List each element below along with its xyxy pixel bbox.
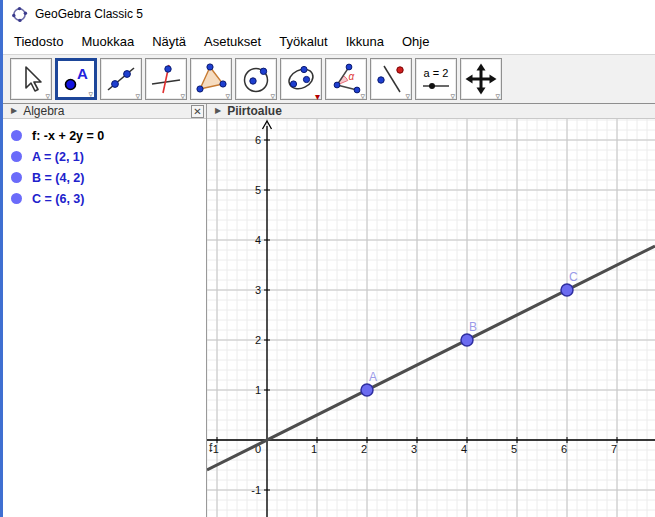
- menu-bar: Tiedosto Muokkaa Näytä Asetukset Työkalu…: [3, 28, 655, 54]
- tick-label: 5: [511, 443, 517, 455]
- angle-tool[interactable]: α ▿: [325, 58, 367, 100]
- menu-tyokalut[interactable]: Työkalut: [270, 30, 336, 53]
- slider-tool[interactable]: a = 2 ▿: [415, 58, 457, 100]
- graphics-canvas[interactable]: -11234567-11234560fABC: [207, 119, 655, 517]
- menu-ohje[interactable]: Ohje: [393, 30, 438, 53]
- toolbar: ▿ A ▿ ▿ ▿ ▿: [3, 54, 655, 104]
- point-b[interactable]: [461, 334, 473, 346]
- svg-text:A: A: [77, 65, 88, 82]
- ellipse-icon: [285, 63, 317, 95]
- point-label-b: B: [469, 320, 477, 334]
- tool-dropdown-icon[interactable]: ▿: [45, 92, 50, 101]
- tool-dropdown-icon[interactable]: ▿: [180, 92, 185, 101]
- graphics-header: ▶ Piirtoalue: [207, 104, 655, 119]
- tool-dropdown-icon[interactable]: ▿: [135, 92, 140, 101]
- circle-icon: [240, 63, 272, 95]
- point-label-a: A: [369, 370, 377, 384]
- point-icon: A: [60, 63, 92, 95]
- circle-tool[interactable]: ▿: [235, 58, 277, 100]
- move-tool[interactable]: ▿: [10, 58, 52, 100]
- tool-dropdown-icon[interactable]: ▿: [88, 90, 93, 99]
- tool-dropdown-icon[interactable]: ▿: [405, 92, 410, 101]
- algebra-title: Algebra: [23, 104, 64, 118]
- geogebra-logo-icon: [11, 6, 28, 23]
- graphics-panel: ▶ Piirtoalue -11234567-11234560fABC: [207, 104, 655, 517]
- tool-dropdown-icon[interactable]: ▿: [225, 92, 230, 101]
- svg-text:a = 2: a = 2: [424, 67, 449, 79]
- algebra-item-c[interactable]: C = (6, 3): [3, 188, 206, 209]
- visibility-bullet[interactable]: [11, 151, 22, 162]
- main-area: ▶ Algebra ✕ f: -x + 2y = 0 A = (2, 1) B …: [3, 104, 655, 517]
- algebra-item-a[interactable]: A = (2, 1): [3, 146, 206, 167]
- menu-asetukset[interactable]: Asetukset: [195, 30, 270, 53]
- algebra-header: ▶ Algebra ✕: [3, 104, 206, 119]
- move-view-icon: [465, 63, 497, 95]
- point-a[interactable]: [361, 384, 373, 396]
- close-icon[interactable]: ✕: [191, 105, 204, 118]
- tick-label: 7: [611, 443, 617, 455]
- tick-label: 4: [461, 443, 467, 455]
- tick-label: 4: [255, 234, 261, 246]
- algebra-item-label[interactable]: C = (6, 3): [32, 192, 84, 206]
- line-icon: [105, 63, 137, 95]
- reflect-icon: [375, 63, 407, 95]
- tick-label: 3: [255, 284, 261, 296]
- tick-label: 3: [411, 443, 417, 455]
- collapse-arrow-icon[interactable]: ▶: [215, 107, 221, 115]
- line-tool[interactable]: ▿: [100, 58, 142, 100]
- menu-nayta[interactable]: Näytä: [143, 30, 195, 53]
- visibility-bullet[interactable]: [11, 130, 22, 141]
- tick-label: 5: [255, 184, 261, 196]
- polygon-icon: [195, 63, 227, 95]
- point-c[interactable]: [561, 284, 573, 296]
- menu-ikkuna[interactable]: Ikkuna: [337, 30, 393, 53]
- algebra-list: f: -x + 2y = 0 A = (2, 1) B = (4, 2) C =…: [3, 119, 206, 209]
- tick-label: 2: [361, 443, 367, 455]
- ellipse-tool[interactable]: ▾: [280, 58, 322, 100]
- tool-dropdown-icon[interactable]: ▿: [495, 92, 500, 101]
- visibility-bullet[interactable]: [11, 193, 22, 204]
- menu-muokkaa[interactable]: Muokkaa: [72, 30, 143, 53]
- angle-icon: α: [330, 63, 362, 95]
- tick-label: 6: [561, 443, 567, 455]
- visibility-bullet[interactable]: [11, 172, 22, 183]
- canvas-wrap: -11234567-11234560fABC: [207, 119, 655, 517]
- polygon-tool[interactable]: ▿: [190, 58, 232, 100]
- tool-dropdown-icon[interactable]: ▿: [270, 92, 275, 101]
- menu-tiedosto[interactable]: Tiedosto: [5, 30, 72, 53]
- tick-label: -1: [251, 484, 261, 496]
- tool-dropdown-icon[interactable]: ▿: [450, 92, 455, 101]
- point-label-c: C: [569, 270, 578, 284]
- algebra-panel: ▶ Algebra ✕ f: -x + 2y = 0 A = (2, 1) B …: [3, 104, 206, 517]
- tick-label: 1: [255, 384, 261, 396]
- window-title: GeoGebra Classic 5: [35, 7, 143, 21]
- tick-label: 1: [311, 443, 317, 455]
- geogebra-window: { "window": { "title": "GeoGebra Classic…: [0, 0, 655, 517]
- algebra-item-b[interactable]: B = (4, 2): [3, 167, 206, 188]
- algebra-item-label[interactable]: A = (2, 1): [32, 150, 84, 164]
- tool-dropdown-icon[interactable]: ▾: [315, 92, 320, 101]
- reflect-tool[interactable]: ▿: [370, 58, 412, 100]
- algebra-item-label[interactable]: f: -x + 2y = 0: [32, 129, 104, 143]
- slider-icon: a = 2: [420, 63, 452, 95]
- title-bar: GeoGebra Classic 5: [3, 0, 655, 28]
- tick-label: 2: [255, 334, 261, 346]
- graphics-title: Piirtoalue: [227, 104, 282, 118]
- svg-text:α: α: [349, 71, 355, 82]
- algebra-item-f[interactable]: f: -x + 2y = 0: [3, 125, 206, 146]
- tool-dropdown-icon[interactable]: ▿: [360, 92, 365, 101]
- collapse-arrow-icon[interactable]: ▶: [11, 107, 17, 115]
- tick-label: 6: [255, 134, 261, 146]
- algebra-item-label[interactable]: B = (4, 2): [32, 171, 84, 185]
- cursor-arrow-icon: [15, 63, 47, 95]
- perpendicular-line-tool[interactable]: ▿: [145, 58, 187, 100]
- move-graphics-view-tool[interactable]: ▿: [460, 58, 502, 100]
- perpendicular-line-icon: [150, 63, 182, 95]
- point-tool[interactable]: A ▿: [55, 58, 97, 100]
